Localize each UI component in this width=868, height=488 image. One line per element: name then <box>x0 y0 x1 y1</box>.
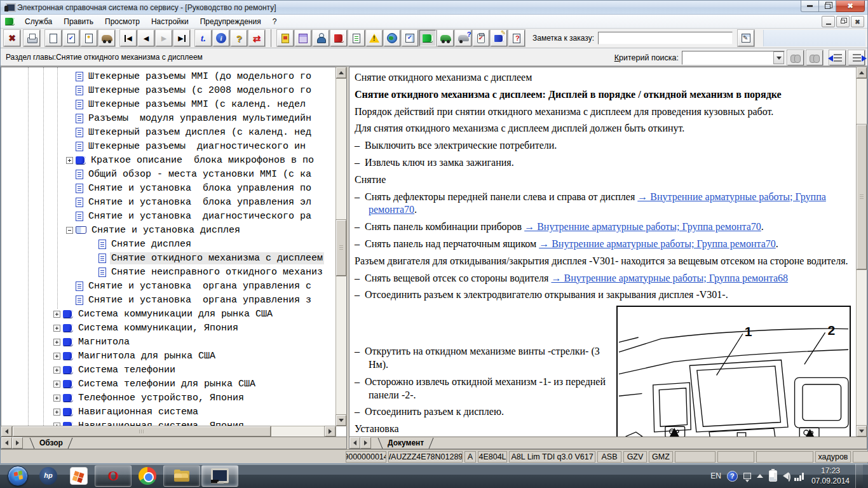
warnings-button[interactable] <box>366 30 383 46</box>
history-button[interactable]: t. <box>195 30 212 46</box>
info-button[interactable]: i <box>213 30 229 46</box>
new-document-button[interactable] <box>45 30 62 46</box>
search-criteria-combobox[interactable] <box>682 51 785 65</box>
mdi-restore-button[interactable] <box>836 16 850 27</box>
doc-link[interactable]: → Внутренние арматурные работы; Группа р… <box>551 273 788 283</box>
tree-expander-minus[interactable] <box>66 227 73 234</box>
show-hidden-icons-button[interactable] <box>757 474 763 478</box>
tree-expander-plus[interactable] <box>66 157 73 164</box>
volume-icon[interactable] <box>783 472 789 480</box>
language-indicator[interactable]: EN <box>710 471 721 480</box>
tree-expander-plus[interactable] <box>53 325 60 332</box>
tree-vertical-scrollbar[interactable] <box>336 67 346 426</box>
nav-first-button[interactable]: ◀ <box>120 30 137 46</box>
globe-button[interactable] <box>384 30 400 46</box>
tree-expander-plus[interactable] <box>53 381 60 388</box>
order-note-input[interactable] <box>598 32 733 44</box>
scroll-thumb[interactable] <box>336 220 346 276</box>
tab-document[interactable]: Документ <box>380 437 431 449</box>
opera-taskbar-button[interactable] <box>95 465 132 487</box>
tree-item[interactable]: Штекерные разъемы MMI (с календ. недел <box>1 97 336 111</box>
menu-item-0[interactable]: Служба <box>19 15 58 28</box>
jump-forward-button[interactable] <box>848 50 865 65</box>
nav-last-button[interactable]: ▶ <box>173 30 190 46</box>
document-new-note-button[interactable] <box>81 30 97 46</box>
tab-scroll-left-button[interactable] <box>349 437 360 449</box>
tree-item[interactable]: Штекерные разъемы (с 2008 модельного го <box>1 83 336 97</box>
tree-item[interactable]: Система коммуникации, Япония <box>1 321 336 335</box>
scroll-down-button[interactable] <box>857 426 867 437</box>
tree-item[interactable]: Маигнитола для рынка США <box>1 349 336 363</box>
jump-back-button[interactable] <box>829 50 846 65</box>
document-check-button[interactable] <box>63 30 79 46</box>
tree-item[interactable]: Штекерные разъемы диагностического ин <box>1 139 336 153</box>
tree-item[interactable]: Снятие и установка диагностического ра <box>1 209 336 223</box>
restore-button[interactable] <box>819 1 836 12</box>
notes-book-button[interactable] <box>491 30 507 46</box>
tree-item[interactable]: Общий обзор - места установки MMI (с ка <box>1 167 336 181</box>
tab-scroll-right-button[interactable] <box>360 437 371 449</box>
tree-item[interactable]: Навигационная система <box>1 405 336 419</box>
scroll-up-button[interactable] <box>336 67 346 78</box>
doc-link[interactable]: → Внутренние арматурные работы; Группа р… <box>539 238 776 249</box>
protocol-button[interactable] <box>402 30 418 46</box>
sim-card-button[interactable] <box>277 30 294 46</box>
order-button[interactable] <box>473 30 489 46</box>
hp-taskbar-button[interactable] <box>34 465 63 487</box>
tab-scroll-left-button[interactable] <box>1 437 12 449</box>
network-icon[interactable] <box>794 471 806 481</box>
scroll-thumb[interactable] <box>13 426 271 437</box>
tree-item[interactable]: Снятие дисплея <box>1 237 336 251</box>
vehicle-search-button[interactable] <box>455 30 471 46</box>
doc-link[interactable]: → Внутренние арматурные работы; Группа р… <box>524 221 761 232</box>
nav-prev-button[interactable]: ◀ <box>138 30 154 46</box>
tree-item[interactable]: Система коммуникации для рынка США <box>1 307 336 321</box>
document-help-button[interactable] <box>508 30 525 46</box>
tree-item[interactable]: Снятие и установка блока управления по <box>1 181 336 195</box>
tab-scroll-right-button[interactable] <box>12 437 23 449</box>
tree-item[interactable]: Магнитола <box>1 335 336 349</box>
tree-item[interactable]: Снятие неисправного откидного механиз <box>1 265 336 279</box>
combo-dropdown-button[interactable] <box>773 51 784 64</box>
print-button[interactable] <box>24 30 40 46</box>
order-note-button[interactable] <box>738 30 754 46</box>
service-book-button[interactable] <box>330 30 347 46</box>
tab-overview[interactable]: Обзор <box>32 437 71 449</box>
scroll-left-button[interactable] <box>1 426 12 437</box>
tree-item[interactable]: Краткое описание блока микрофонов в по <box>1 153 336 167</box>
tree-expander-plus[interactable] <box>53 409 60 416</box>
tree-item[interactable]: Штекерный разъем дисплея (с календ. нед <box>1 125 336 139</box>
mdi-close-button[interactable]: ✖ <box>851 16 864 27</box>
tree-expander-plus[interactable] <box>53 367 60 374</box>
tree-item[interactable]: Телефонное устройство, Япония <box>1 391 336 405</box>
show-desktop-button[interactable] <box>855 464 863 488</box>
tree-item[interactable]: Навигационная система, Япония <box>1 419 336 426</box>
scroll-thumb[interactable] <box>857 125 867 269</box>
tree-item[interactable]: Снятие и установка органа управления з <box>1 293 336 307</box>
vehicle-data-button[interactable] <box>437 30 454 46</box>
photos-taskbar-button[interactable] <box>64 465 93 487</box>
minimize-button[interactable] <box>801 1 819 12</box>
scroll-right-button[interactable] <box>325 426 336 437</box>
document-vertical-scrollbar[interactable] <box>856 67 867 437</box>
chrome-taskbar-button[interactable] <box>133 465 162 487</box>
tree-expander-plus[interactable] <box>53 339 60 346</box>
worklist-button[interactable] <box>348 30 365 46</box>
menu-item-5[interactable]: ? <box>267 15 283 28</box>
folder-taskbar-button[interactable] <box>163 465 200 487</box>
tree-item[interactable]: Снятие и установка блока управления эл <box>1 195 336 209</box>
tree-item[interactable]: Система телефонии для рынка США <box>1 377 336 391</box>
start-taskbar-button[interactable] <box>3 465 32 487</box>
find-button[interactable] <box>787 50 804 65</box>
clock[interactable]: 17:23 07.09.2014 <box>811 466 850 486</box>
menu-item-1[interactable]: Править <box>58 15 99 28</box>
menu-item-2[interactable]: Просмотр <box>99 15 146 28</box>
scroll-up-button[interactable] <box>857 67 867 78</box>
tree-expander-plus[interactable] <box>53 395 60 402</box>
window-tray-icon[interactable] <box>743 473 751 479</box>
tree-item[interactable]: Штекерные разъемы MMI (до модельного го <box>1 69 336 83</box>
tree-item[interactable]: Разъемы модуля управления мультимедийн <box>1 111 336 125</box>
menu-item-4[interactable]: Предупреждения <box>194 15 267 28</box>
menu-app-book-icon[interactable] <box>5 18 15 25</box>
menu-item-3[interactable]: Настройки <box>146 15 194 28</box>
